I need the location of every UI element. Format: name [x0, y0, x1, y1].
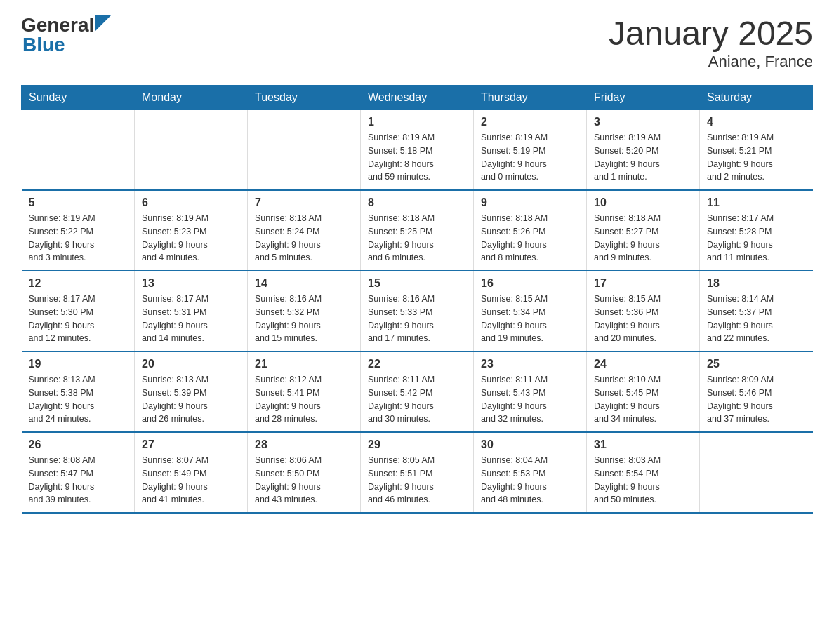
day-number: 17 [594, 277, 692, 290]
day-number: 7 [255, 196, 353, 209]
day-info: Sunrise: 8:19 AMSunset: 5:23 PMDaylight:… [142, 212, 240, 264]
day-number: 25 [707, 358, 806, 370]
title-block: January 2025 Aniane, France [609, 14, 813, 71]
day-info: Sunrise: 8:11 AMSunset: 5:42 PMDaylight:… [368, 373, 466, 426]
calendar-cell: 26Sunrise: 8:08 AMSunset: 5:47 PMDayligh… [22, 432, 135, 513]
calendar-cell: 28Sunrise: 8:06 AMSunset: 5:50 PMDayligh… [248, 432, 361, 513]
calendar-cell: 2Sunrise: 8:19 AMSunset: 5:19 PMDaylight… [474, 110, 587, 191]
header-tuesday: Tuesday [248, 86, 361, 110]
calendar-cell: 1Sunrise: 8:19 AMSunset: 5:18 PMDaylight… [361, 110, 474, 191]
calendar-cell: 13Sunrise: 8:17 AMSunset: 5:31 PMDayligh… [135, 271, 248, 351]
week-row-5: 26Sunrise: 8:08 AMSunset: 5:47 PMDayligh… [22, 432, 813, 513]
day-info: Sunrise: 8:08 AMSunset: 5:47 PMDaylight:… [29, 454, 128, 507]
day-info: Sunrise: 8:11 AMSunset: 5:43 PMDaylight:… [481, 373, 579, 426]
day-number: 2 [481, 116, 579, 128]
calendar-table: SundayMondayTuesdayWednesdayThursdayFrid… [21, 85, 813, 514]
calendar-cell: 22Sunrise: 8:11 AMSunset: 5:42 PMDayligh… [361, 351, 474, 432]
week-row-3: 12Sunrise: 8:17 AMSunset: 5:30 PMDayligh… [22, 271, 813, 351]
header-sunday: Sunday [22, 86, 135, 110]
calendar-cell: 31Sunrise: 8:03 AMSunset: 5:54 PMDayligh… [587, 432, 700, 513]
day-number: 13 [142, 277, 240, 290]
day-info: Sunrise: 8:16 AMSunset: 5:33 PMDaylight:… [368, 293, 466, 345]
day-number: 10 [594, 196, 692, 209]
day-info: Sunrise: 8:15 AMSunset: 5:34 PMDaylight:… [481, 293, 579, 345]
day-number: 22 [368, 358, 466, 370]
day-number: 12 [29, 277, 128, 290]
calendar-subtitle: Aniane, France [609, 53, 813, 71]
week-row-4: 19Sunrise: 8:13 AMSunset: 5:38 PMDayligh… [22, 351, 813, 432]
header-wednesday: Wednesday [361, 86, 474, 110]
day-number: 28 [255, 438, 353, 451]
week-row-1: 1Sunrise: 8:19 AMSunset: 5:18 PMDaylight… [22, 110, 813, 191]
day-number: 15 [368, 277, 466, 290]
calendar-cell: 29Sunrise: 8:05 AMSunset: 5:51 PMDayligh… [361, 432, 474, 513]
calendar-header: SundayMondayTuesdayWednesdayThursdayFrid… [22, 86, 813, 110]
day-info: Sunrise: 8:03 AMSunset: 5:54 PMDaylight:… [594, 454, 692, 507]
day-number: 6 [142, 196, 240, 209]
header-monday: Monday [135, 86, 248, 110]
calendar-cell [135, 110, 248, 191]
calendar-cell: 3Sunrise: 8:19 AMSunset: 5:20 PMDaylight… [587, 110, 700, 191]
day-number: 31 [594, 438, 692, 451]
calendar-cell: 18Sunrise: 8:14 AMSunset: 5:37 PMDayligh… [700, 271, 813, 351]
day-number: 21 [255, 358, 353, 370]
day-info: Sunrise: 8:18 AMSunset: 5:24 PMDaylight:… [255, 212, 353, 264]
day-info: Sunrise: 8:17 AMSunset: 5:28 PMDaylight:… [707, 212, 806, 264]
day-info: Sunrise: 8:19 AMSunset: 5:18 PMDaylight:… [368, 131, 466, 184]
day-number: 1 [368, 116, 466, 128]
day-info: Sunrise: 8:07 AMSunset: 5:49 PMDaylight:… [142, 454, 240, 507]
page-header: General Blue January 2025 Aniane, France [21, 14, 813, 71]
day-number: 5 [29, 196, 128, 209]
svg-marker-0 [95, 15, 111, 31]
day-number: 16 [481, 277, 579, 290]
calendar-cell: 19Sunrise: 8:13 AMSunset: 5:38 PMDayligh… [22, 351, 135, 432]
calendar-body: 1Sunrise: 8:19 AMSunset: 5:18 PMDaylight… [22, 110, 813, 514]
day-info: Sunrise: 8:19 AMSunset: 5:22 PMDaylight:… [29, 212, 128, 264]
header-thursday: Thursday [474, 86, 587, 110]
day-number: 26 [29, 438, 128, 451]
day-info: Sunrise: 8:09 AMSunset: 5:46 PMDaylight:… [707, 373, 806, 426]
day-number: 8 [368, 196, 466, 209]
day-info: Sunrise: 8:17 AMSunset: 5:30 PMDaylight:… [29, 293, 128, 345]
calendar-cell: 14Sunrise: 8:16 AMSunset: 5:32 PMDayligh… [248, 271, 361, 351]
day-info: Sunrise: 8:18 AMSunset: 5:26 PMDaylight:… [481, 212, 579, 264]
day-info: Sunrise: 8:10 AMSunset: 5:45 PMDaylight:… [594, 373, 692, 426]
calendar-cell: 8Sunrise: 8:18 AMSunset: 5:25 PMDaylight… [361, 190, 474, 271]
calendar-cell: 11Sunrise: 8:17 AMSunset: 5:28 PMDayligh… [700, 190, 813, 271]
day-info: Sunrise: 8:18 AMSunset: 5:25 PMDaylight:… [368, 212, 466, 264]
day-number: 29 [368, 438, 466, 451]
logo-blue-text: Blue [22, 34, 65, 55]
day-number: 3 [594, 116, 692, 128]
logo-arrow-icon [95, 15, 111, 31]
day-number: 20 [142, 358, 240, 370]
calendar-cell: 4Sunrise: 8:19 AMSunset: 5:21 PMDaylight… [700, 110, 813, 191]
calendar-cell: 5Sunrise: 8:19 AMSunset: 5:22 PMDaylight… [22, 190, 135, 271]
calendar-cell: 23Sunrise: 8:11 AMSunset: 5:43 PMDayligh… [474, 351, 587, 432]
day-info: Sunrise: 8:19 AMSunset: 5:19 PMDaylight:… [481, 131, 579, 184]
day-number: 14 [255, 277, 353, 290]
calendar-cell: 16Sunrise: 8:15 AMSunset: 5:34 PMDayligh… [474, 271, 587, 351]
day-number: 4 [707, 116, 806, 128]
calendar-cell: 27Sunrise: 8:07 AMSunset: 5:49 PMDayligh… [135, 432, 248, 513]
day-info: Sunrise: 8:04 AMSunset: 5:53 PMDaylight:… [481, 454, 579, 507]
day-info: Sunrise: 8:05 AMSunset: 5:51 PMDaylight:… [368, 454, 466, 507]
day-number: 11 [707, 196, 806, 209]
calendar-cell: 21Sunrise: 8:12 AMSunset: 5:41 PMDayligh… [248, 351, 361, 432]
day-info: Sunrise: 8:17 AMSunset: 5:31 PMDaylight:… [142, 293, 240, 345]
header-friday: Friday [587, 86, 700, 110]
day-info: Sunrise: 8:19 AMSunset: 5:21 PMDaylight:… [707, 131, 806, 184]
day-info: Sunrise: 8:06 AMSunset: 5:50 PMDaylight:… [255, 454, 353, 507]
header-saturday: Saturday [700, 86, 813, 110]
logo: General Blue [21, 14, 111, 56]
calendar-cell: 25Sunrise: 8:09 AMSunset: 5:46 PMDayligh… [700, 351, 813, 432]
calendar-title: January 2025 [609, 14, 813, 53]
calendar-cell: 12Sunrise: 8:17 AMSunset: 5:30 PMDayligh… [22, 271, 135, 351]
calendar-cell: 30Sunrise: 8:04 AMSunset: 5:53 PMDayligh… [474, 432, 587, 513]
day-info: Sunrise: 8:14 AMSunset: 5:37 PMDaylight:… [707, 293, 806, 345]
day-number: 18 [707, 277, 806, 290]
day-info: Sunrise: 8:13 AMSunset: 5:38 PMDaylight:… [29, 373, 128, 426]
calendar-cell: 10Sunrise: 8:18 AMSunset: 5:27 PMDayligh… [587, 190, 700, 271]
day-number: 19 [29, 358, 128, 370]
calendar-cell [248, 110, 361, 191]
calendar-cell: 17Sunrise: 8:15 AMSunset: 5:36 PMDayligh… [587, 271, 700, 351]
